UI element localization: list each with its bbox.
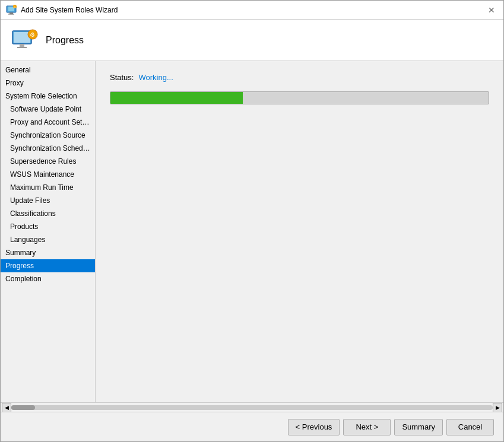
next-button[interactable]: Next > xyxy=(343,419,391,435)
close-button[interactable]: ✕ xyxy=(484,3,499,17)
svg-rect-9 xyxy=(17,47,27,48)
sidebar-item-proxy[interactable]: Proxy xyxy=(1,77,95,90)
sidebar-item-summary[interactable]: Summary xyxy=(1,246,95,259)
scroll-left-arrow[interactable]: ◀ xyxy=(2,403,11,412)
sidebar-item-software-update-point[interactable]: Software Update Point xyxy=(1,103,95,116)
sidebar-item-synchronization-source[interactable]: Synchronization Source xyxy=(1,129,95,142)
sidebar-item-wsus-maintenance[interactable]: WSUS Maintenance xyxy=(1,168,95,181)
status-value: Working... xyxy=(138,73,173,82)
progress-bar-container xyxy=(110,91,489,104)
sidebar-item-completion[interactable]: Completion xyxy=(1,272,95,285)
sidebar-item-update-files[interactable]: Update Files xyxy=(1,194,95,207)
sidebar-item-classifications[interactable]: Classifications xyxy=(1,207,95,220)
svg-rect-3 xyxy=(8,14,14,15)
progress-bar-fill xyxy=(110,92,243,104)
sidebar-item-system-role-selection[interactable]: System Role Selection xyxy=(1,90,95,103)
horizontal-scrollbar[interactable]: ◀ ▶ xyxy=(1,402,503,412)
wizard-header: ⚙ Progress xyxy=(1,20,503,61)
title-bar: ⚙ Add Site System Roles Wizard ✕ xyxy=(1,1,503,20)
sidebar-item-general[interactable]: General xyxy=(1,63,95,77)
sidebar-item-supersedence-rules[interactable]: Supersedence Rules xyxy=(1,155,95,168)
sidebar-item-synchronization-schedule[interactable]: Synchronization Schedul... xyxy=(1,142,95,155)
content-area: Status: Working... xyxy=(96,61,503,402)
sidebar: GeneralProxySystem Role SelectionSoftwar… xyxy=(1,61,96,402)
scroll-right-arrow[interactable]: ▶ xyxy=(493,403,502,412)
previous-button[interactable]: < Previous xyxy=(288,419,340,435)
wizard-footer: < Previous Next > Summary Cancel xyxy=(1,412,503,441)
svg-text:⚙: ⚙ xyxy=(14,5,16,8)
summary-button[interactable]: Summary xyxy=(394,419,443,435)
wizard-window: ⚙ Add Site System Roles Wizard ✕ ⚙ Progr… xyxy=(0,0,504,442)
header-icon: ⚙ xyxy=(10,26,39,55)
scrollbar-thumb[interactable] xyxy=(11,405,35,410)
cancel-button[interactable]: Cancel xyxy=(446,419,494,435)
svg-rect-2 xyxy=(9,12,13,14)
status-row: Status: Working... xyxy=(110,73,489,82)
sidebar-item-proxy-and-account-settings[interactable]: Proxy and Account Settin... xyxy=(1,116,95,129)
window-title: Add Site System Roles Wizard xyxy=(21,6,484,14)
scrollbar-track[interactable] xyxy=(11,405,493,410)
sidebar-item-languages[interactable]: Languages xyxy=(1,233,95,246)
main-content: GeneralProxySystem Role SelectionSoftwar… xyxy=(1,61,503,402)
sidebar-item-maximum-run-time[interactable]: Maximum Run Time xyxy=(1,181,95,194)
page-title: Progress xyxy=(46,35,84,46)
sidebar-item-products[interactable]: Products xyxy=(1,220,95,233)
sidebar-item-progress[interactable]: Progress xyxy=(1,259,95,272)
svg-rect-8 xyxy=(20,44,24,47)
window-icon: ⚙ xyxy=(5,4,17,16)
status-label: Status: xyxy=(110,73,134,82)
svg-text:⚙: ⚙ xyxy=(30,31,35,38)
